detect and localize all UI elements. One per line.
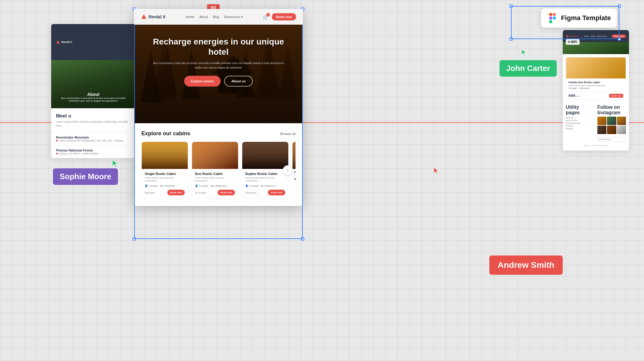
bg-right-book-btn-card[interactable]: Book now [609, 94, 623, 98]
cabin-card-body-duo: Duo Rustic Cabin Lorem ipsum dolor sit a… [192, 169, 238, 198]
nav-links: Home About Blog Resources ▾ [186, 15, 243, 19]
svg-marker-3 [522, 49, 526, 55]
svg-marker-4 [434, 167, 438, 174]
cabin-card-body-family: Famil... Lorem... $399 [293, 169, 296, 182]
cabin-card-img-single [142, 142, 188, 169]
svg-marker-1 [113, 160, 117, 167]
cursor-orange-1 [433, 167, 440, 176]
footer-powered: Updates - Powered by Webflow [566, 143, 626, 148]
cabins-grid: Single Rustic Cabin Lorem ipsum dolor si… [141, 142, 296, 199]
bg-left-about: About Non consectetur a erat nam at lect… [51, 92, 135, 108]
cabin-card-img-duplex [242, 142, 288, 169]
location-1: Revelstoke Mountain 2950 Camozzi Rd, Rev… [51, 132, 135, 145]
bg-right-card-text: Lorem ipsum dolor sit amet consectetur [568, 84, 623, 87]
cabin-price-single: $99/night [145, 191, 155, 194]
cabin-desc-duplex: Lorem ipsum dolor sit amet consectetur [245, 176, 285, 183]
main-frame: Rental X Home About Blog Resources ▾ 🛒 1… [134, 9, 303, 206]
hero-content: Recharge energies in our unique hotel No… [134, 25, 303, 87]
cabins-title: Explore our cabins [141, 130, 190, 137]
svg-rect-35 [293, 142, 296, 169]
cabin-card-img-duo [192, 142, 238, 169]
cabin-price-family: $399 [294, 178, 296, 181]
svg-marker-0 [56, 40, 60, 44]
cabin-desc-family: Lorem... [294, 174, 296, 176]
cabin-price-duplex: $150/night [245, 191, 256, 194]
footer-links-list: start here go for it here assword protec… [566, 117, 594, 130]
instagram-item-2 [607, 117, 616, 125]
svg-rect-26 [142, 142, 188, 169]
instagram-item-1 [597, 117, 606, 125]
location-1-name: Revelstoke Mountain [56, 136, 131, 139]
john-carter-badge: John Carter [500, 60, 557, 77]
cabin-guests-single: 👤2 Guests [145, 185, 158, 187]
explore-rooms-btn[interactable]: Explore rooms [184, 76, 221, 87]
cabin-card-body-duplex: Duplex Rustic Cabin Lorem ipsum dolor si… [242, 169, 288, 198]
cabin-name-family: Famil... [294, 171, 296, 174]
cabin-card-single: Single Rustic Cabin Lorem ipsum dolor si… [141, 142, 188, 199]
cabin-meta-duo: 👤4 Guests 🛏2 Bedrooms [195, 185, 235, 187]
about-us-btn[interactable]: About us [224, 76, 253, 87]
instagram-item-3 [617, 117, 626, 125]
sophie-moore-badge: Sophie Moore [53, 168, 118, 185]
bg-page-right: Rental X About Blog Resources Book now h… [563, 30, 629, 151]
cabin-name-duo: Duo Rustic Cabin [195, 172, 235, 176]
cabin-bedrooms-duo: 🛏2 Bedrooms [211, 185, 227, 187]
john-carter-label: John Carter [506, 64, 550, 73]
location-dot [56, 140, 58, 142]
bg-right-card-img [566, 57, 626, 78]
instagram-item-4 [597, 126, 606, 134]
sophie-moore-label: Sophie Moore [60, 172, 111, 181]
bg-left-meet-text: Lorem ipsum dolor sit amet consectetur a… [56, 120, 131, 127]
cabin-desc-duo: Lorem ipsum dolor sit amet consectetur [195, 176, 235, 183]
location-2-addr: Quincy, CA 95971, United States [56, 152, 131, 155]
bg-left-meet: Meet o Lorem ipsum dolor sit amet consec… [51, 108, 135, 132]
bg-left-logo: Rental X [56, 40, 72, 44]
cabin-card-family: Famil... Lorem... $399 [292, 142, 296, 199]
bg-right-card-body: Family Duo Rustic cabin Lorem ipsum dolo… [566, 78, 626, 92]
cabin-footer-duo: $129/night Book now [195, 190, 235, 195]
nav-blog[interactable]: Blog [213, 15, 219, 19]
hero-buttons: Explore rooms About us [152, 76, 285, 87]
svg-rect-33 [242, 142, 288, 169]
cabin-card-duo: Duo Rustic Cabin Lorem ipsum dolor sit a… [192, 142, 238, 199]
cabin-book-btn-single[interactable]: Book now [167, 190, 185, 195]
cart-badge: 1 [266, 13, 270, 17]
figma-selection-box [511, 6, 619, 39]
nav-home[interactable]: Home [186, 15, 194, 19]
nav-resources[interactable]: Resources ▾ [224, 15, 243, 19]
cabin-bedrooms-single: 🛏1 Bedroom [160, 185, 175, 187]
cursor-green-2 [521, 49, 527, 57]
location-dot-2 [56, 153, 58, 154]
cursor-green-1 [112, 159, 119, 169]
bg-right-content: Family Duo Rustic cabin Lorem ipsum dolo… [563, 54, 629, 151]
location-1-addr: 2950 Camozzi Rd, Revelstoke, BC V0E 2S1,… [56, 139, 131, 142]
email-input[interactable] [597, 137, 626, 142]
bg-right-card-title: Family Duo Rustic cabin [568, 81, 623, 84]
browse-all-btn[interactable]: Browse all [280, 132, 296, 136]
andrew-smith-badge: Andrew Smith [489, 255, 563, 275]
cabin-guests-duo: 👤4 Guests [195, 185, 208, 187]
nav-cart[interactable]: 🛒 1 [263, 14, 269, 20]
bg-right-utility-links: Utility pages start here go for it here … [566, 105, 594, 142]
cabins-section: Explore our cabins Browse all [134, 123, 303, 206]
nav-book-now-btn[interactable]: Book now [272, 13, 296, 20]
bg-left-hero-img: About Non consectetur a erat nam at lect… [51, 60, 135, 108]
nav-logo-text: Rental X [149, 14, 166, 19]
cabin-book-btn-duplex[interactable]: Book now [268, 190, 285, 195]
bg-right-price: $499/night [568, 94, 580, 97]
instagram-grid [597, 117, 626, 134]
nav-right: 🛒 1 Book now [263, 13, 296, 20]
nav-about[interactable]: About [199, 15, 208, 19]
cabins-header: Explore our cabins Browse all [141, 130, 296, 137]
cabins-next-btn[interactable]: › [283, 165, 293, 175]
bg-right-instagram-section: Follow on Instagram [597, 105, 626, 142]
bg-left-about-text: Non consectetur a erat nam at lectus urn… [51, 97, 135, 102]
main-nav: Rental X Home About Blog Resources ▾ 🛒 1… [134, 9, 303, 25]
cabin-book-btn-duo[interactable]: Book now [218, 190, 235, 195]
bg-right-card-meta: 4 Guests 4 Bedroom [568, 87, 623, 89]
bg-page-left: Rental X About Non consectetur a erat na… [51, 24, 135, 158]
cabin-guests-duplex: 👤4 Guests [245, 185, 259, 187]
cabin-desc-single: Lorem ipsum dolor sit amet consectetur [145, 176, 185, 183]
andrew-smith-label: Andrew Smith [498, 260, 554, 270]
hero-section: Rental X Home About Blog Resources ▾ 🛒 1… [134, 9, 303, 123]
